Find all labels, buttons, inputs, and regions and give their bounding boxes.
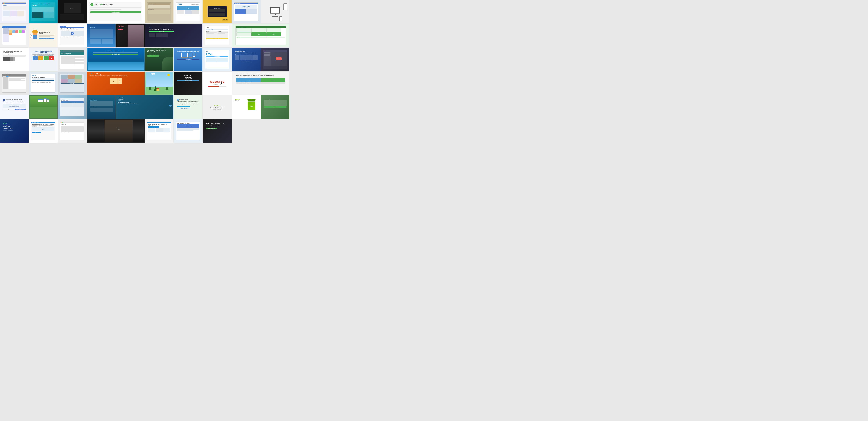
cell-5-7[interactable]: FREE WEBSITE BUILDER Build your website … [203,95,231,119]
cell-6-3[interactable]: FOLIO. Portfolio website builder [58,119,87,143]
cell-4-3[interactable]: VISIT SITE [58,71,87,95]
cell-3-4[interactable]: CREATE A FREE WEBSITE GET STARTED FREE [87,48,145,71]
screenshot-grid: SITE JAM A simple, powerful website crea… [0,0,289,143]
cell-4-5[interactable] [145,71,174,95]
cell-3-7[interactable]: uCoz Free GET STARTED [203,48,231,71]
cell-1-1[interactable]: SITE JAM [0,0,29,24]
cell-5-8[interactable]: builder free builder+ Website tools [232,95,260,119]
cell-3-6[interactable]: MOBIRISE MOBILE WEBSITE BUILDER FREE DOW… [174,48,203,71]
cell-2-5[interactable]: TATTOO BODY PIERCING Enter [116,24,145,47]
cell-3-2[interactable]: ONLINE WEBSITE BUILDER SOFTWARE Comparin… [29,48,58,71]
cell-2-6[interactable]: iddy Create a website for your business.… [145,24,203,47]
cell-2-2[interactable]: YOUR WEB SITE Make Your Own Free Website… [29,24,58,47]
cell-5-4[interactable]: NEW WEBSITE Mobile Configuration Busines… [87,95,116,119]
cell-1-2[interactable]: A simple, powerful website creator [29,0,58,24]
cell-1-4[interactable]: ✦ Create a Free Website Today websitebui… [87,0,145,24]
cell-6-2[interactable]: BEST NEW website Create a professional, … [29,119,58,143]
cell-4-2[interactable]: jimdo Simply great websites. Create your… [29,71,58,95]
cell-5-2[interactable] [29,95,58,119]
cell-2-3[interactable]: VideoBlam Make Your Own Free Website Cal… [58,24,87,47]
cell-5-1[interactable]: f Why not set up a Facebook Shop? We can… [0,95,29,119]
cell-4-8[interactable]: EVERYTHING YOU NEED TO CREATE AN EXCEPTI… [232,71,289,95]
cell-3-1[interactable]: Build amazing responsive websites with a… [0,48,29,71]
cell-6-1[interactable]: FREEDesignerBusinessTEMPLATES Profession… [0,119,29,143]
cell-3-9[interactable]: Add to Cart [261,48,289,71]
cell-2-7[interactable]: website Category Welcome back Mary! Desk… [203,24,231,47]
cell-3-5[interactable]: Turn Your Passion into a Thriving Busine… [145,48,174,71]
cell-6-6[interactable]: Engineering & Programming Website Builde… [174,119,203,143]
cell-3-8[interactable]: Swift Website Builder SELL YOUR PRODUCTS… [232,48,260,71]
cell-2-4[interactable]: Mix Piston [87,24,116,47]
cell-1-3[interactable]: SITE JAN [58,0,87,24]
cell-4-1[interactable]: File Edit View Insert [0,71,29,95]
cell-6-5[interactable]: Build Your Own Free Professional Website… [145,119,174,143]
cell-1-8[interactable]: Website Builder Template Gallery [232,0,260,24]
cell-5-5[interactable]: moonfruit ☆ Suns Click a design. It's fr… [116,95,174,119]
cell-4-7[interactable]: WEBSITE under construction 🏗 [203,71,231,95]
cell-4-6[interactable]: 90 SECONDWEBSITEBUILDER 8 DOWNLOAD NOW Q… [174,71,203,95]
cell-4-4[interactable]: Go Go StartToday SURPRISINGLY SIMPLE, FR… [87,71,145,95]
cell-1-5[interactable]: Mi pagina personal Lorem ipsum text [145,0,174,24]
cell-6-4[interactable] [87,119,145,143]
cell-6-7[interactable]: Turn Your Passion into a Thriving Busine… [203,119,231,143]
cell-2-1[interactable]: YRBUILDER × [0,24,29,47]
cell-5-9[interactable]: Free Tools Start Free [261,95,289,119]
cell-2-8[interactable]: BEST WEBSITE BUILDER Select Select Techn… [232,24,289,47]
cell-1-6[interactable]: Logo Option 1 Option 2 Logo [174,0,203,24]
cell-3-3[interactable]: Your Company Home [58,48,87,71]
cell-5-6[interactable]: W Website Builder Get online. Grow your … [174,95,203,119]
cell-1-7[interactable]: Website Builder VISIT SITE [203,0,231,24]
cell-1-9[interactable] [261,0,289,24]
cell-5-3[interactable]: PC Cleaner Pro 24/7 support included Vie… [58,95,87,119]
